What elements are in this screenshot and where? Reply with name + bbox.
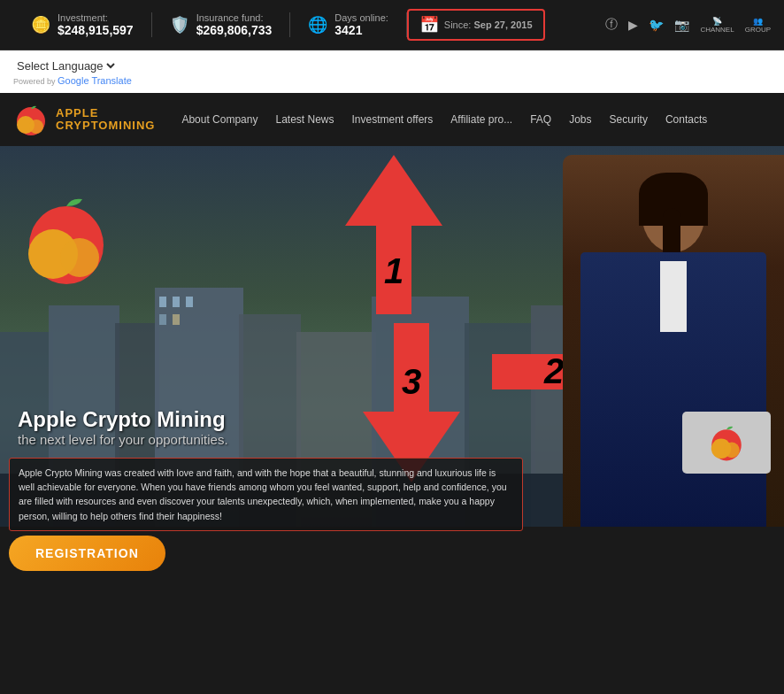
svg-marker-24 xyxy=(345,155,442,314)
social-icons: ⓕ ▶ 🐦 📷 📡 CHANNEL 👥 GROUP xyxy=(605,17,771,34)
investment-stat: 🪙 Investment: $248,915,597 xyxy=(13,12,152,37)
days-value: 3421 xyxy=(334,23,388,37)
coin-icon: 🪙 xyxy=(31,15,50,35)
nav-faq[interactable]: FAQ xyxy=(521,109,560,130)
nav-about[interactable]: About Company xyxy=(173,109,266,130)
description-box: Apple Crypto Mining was created with lov… xyxy=(9,458,523,531)
since-stat: 📅 Since: Sep 27, 2015 xyxy=(407,9,545,41)
insurance-label: Insurance fund: xyxy=(196,12,273,23)
globe-icon: 🌐 xyxy=(308,15,327,35)
nav-news[interactable]: Latest News xyxy=(266,109,342,130)
investment-value: $248,915,597 xyxy=(58,23,134,37)
since-value: Sep 27, 2015 xyxy=(473,19,532,30)
logo-text: APPLE CRYPTOMINING xyxy=(56,107,155,133)
svg-rect-17 xyxy=(186,297,193,307)
hero-text: Apple Crypto Mining the next level for y… xyxy=(18,407,228,447)
registration-button[interactable]: REGISTRATION xyxy=(9,536,165,571)
nav-jobs[interactable]: Jobs xyxy=(560,109,600,130)
group-button[interactable]: 👥 GROUP xyxy=(745,17,771,34)
hero-title: Apple Crypto Mining xyxy=(18,407,228,432)
registration-area: REGISTRATION xyxy=(9,536,165,571)
arrow-up-annotation: 1 xyxy=(345,155,442,314)
days-label: Days online: xyxy=(334,12,388,23)
nav-affiliate[interactable]: Affiliate pro... xyxy=(442,109,521,130)
hero-woman-image xyxy=(545,155,784,527)
instagram-icon[interactable]: 📷 xyxy=(674,18,689,32)
language-bar: Select Language Powered by Google Transl… xyxy=(0,50,784,93)
investment-label: Investment: xyxy=(58,12,134,23)
days-stat: 🌐 Days online: 3421 xyxy=(290,12,407,37)
main-nav: APPLE CRYPTOMINING About Company Latest … xyxy=(0,93,784,146)
calendar-icon: 📅 xyxy=(419,15,439,35)
insurance-value: $269,806,733 xyxy=(196,23,273,37)
language-select[interactable]: Select Language xyxy=(13,58,118,73)
logo[interactable]: APPLE CRYPTOMINING xyxy=(13,102,155,137)
shield-coin-icon: 🛡️ xyxy=(170,15,189,35)
svg-rect-19 xyxy=(173,314,180,325)
youtube-icon[interactable]: ▶ xyxy=(628,18,638,32)
svg-point-23 xyxy=(60,238,99,277)
insurance-stat: 🛡️ Insurance fund: $269,806,733 xyxy=(152,12,291,37)
powered-by: Powered by Google Translate xyxy=(13,75,771,86)
google-translate-link[interactable]: Google Translate xyxy=(58,75,132,86)
svg-text:3: 3 xyxy=(402,362,421,401)
apple-logo-icon xyxy=(13,102,49,137)
channel-button[interactable]: 📡 CHANNEL xyxy=(700,17,734,34)
twitter-icon[interactable]: 🐦 xyxy=(649,18,664,32)
nav-contacts[interactable]: Contacts xyxy=(657,109,716,130)
nav-security[interactable]: Security xyxy=(601,109,657,130)
svg-point-2 xyxy=(29,120,43,134)
hero-section: 1 2 3 xyxy=(0,146,784,580)
stats-bar: 🪙 Investment: $248,915,597 🛡️ Insurance … xyxy=(0,0,784,50)
description-text: Apple Crypto Mining was created with lov… xyxy=(19,466,513,523)
hero-apple-logo xyxy=(22,190,111,288)
facebook-icon[interactable]: ⓕ xyxy=(605,17,618,33)
svg-text:1: 1 xyxy=(384,251,404,290)
nav-investment[interactable]: Investment offers xyxy=(343,109,442,130)
svg-rect-15 xyxy=(159,297,166,307)
since-label: Since: Sep 27, 2015 xyxy=(444,19,533,30)
svg-rect-16 xyxy=(173,297,180,307)
hero-subtitle: the next level for your opportunities. xyxy=(18,432,228,447)
svg-rect-18 xyxy=(159,314,166,325)
svg-point-32 xyxy=(724,443,740,459)
nav-links: About Company Latest News Investment off… xyxy=(173,109,716,130)
